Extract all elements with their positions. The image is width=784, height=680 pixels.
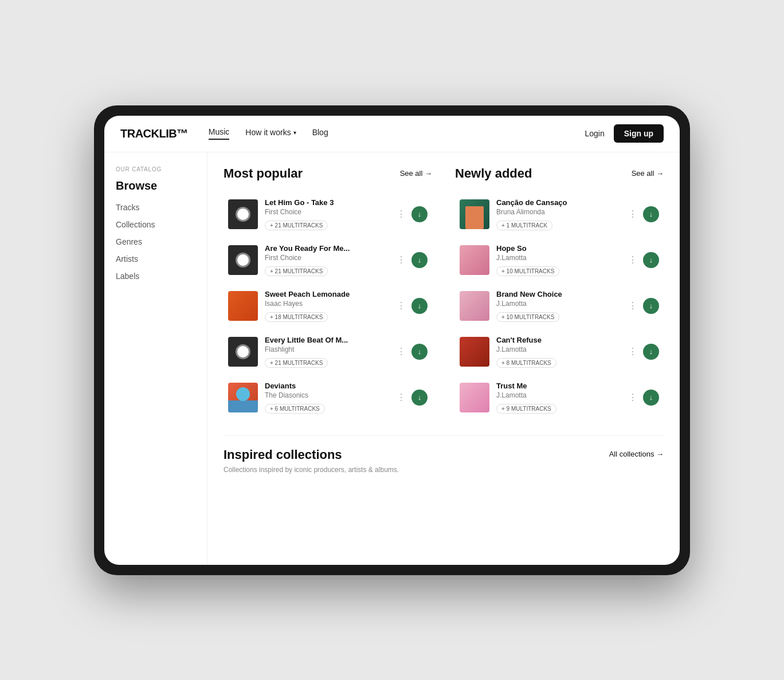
track-tag[interactable]: + 10 MULTITRACKS	[496, 312, 559, 322]
track-name: Are You Ready For Me...	[265, 244, 389, 253]
most-popular-header: Most popular See all →	[224, 166, 432, 181]
track-name: Canção de Cansaço	[496, 198, 620, 207]
track-tag[interactable]: + 8 MULTITRACKS	[496, 358, 556, 368]
tablet-frame: TRACKLIB™ Music How it works ▾ Blog Logi…	[94, 105, 690, 575]
all-collections-link[interactable]: All collections →	[609, 450, 664, 458]
track-item: Trust Me J.Lamotta + 9 MULTITRACKS ⋮ ↓	[455, 376, 664, 419]
more-options-icon[interactable]: ⋮	[395, 209, 407, 220]
collections-subtitle: Collections inspired by iconic producers…	[224, 466, 664, 474]
track-actions: ⋮ ↓	[627, 206, 659, 222]
track-artist: First Choice	[265, 208, 389, 216]
download-icon: ↓	[418, 301, 422, 310]
track-artist: J.Lamotta	[496, 254, 620, 262]
nav-music[interactable]: Music	[209, 127, 230, 140]
more-options-icon[interactable]: ⋮	[395, 392, 407, 403]
track-tag[interactable]: + 1 MULTITRACK	[496, 221, 552, 230]
sections-grid: Most popular See all → Let Him Go - Take…	[224, 166, 664, 419]
more-options-icon[interactable]: ⋮	[395, 300, 407, 312]
track-tag[interactable]: + 10 MULTITRACKS	[496, 266, 559, 276]
track-tag[interactable]: + 21 MULTITRACKS	[265, 358, 328, 368]
header-actions: Login Sign up	[585, 124, 664, 143]
track-tag[interactable]: + 6 MULTITRACKS	[265, 404, 325, 414]
track-artist: First Choice	[265, 254, 389, 262]
track-info: Are You Ready For Me... First Choice + 2…	[265, 244, 389, 276]
newly-added-title: Newly added	[455, 166, 532, 181]
most-popular-see-all[interactable]: See all →	[400, 169, 432, 178]
track-item: Canção de Cansaço Bruna Alimonda + 1 MUL…	[455, 192, 664, 236]
track-item: Can't Refuse J.Lamotta + 8 MULTITRACKS ⋮…	[455, 330, 664, 374]
download-button[interactable]: ↓	[643, 206, 659, 222]
track-name: Brand New Choice	[496, 290, 620, 298]
track-actions: ⋮ ↓	[627, 344, 659, 360]
more-options-icon[interactable]: ⋮	[395, 346, 407, 357]
track-info: Brand New Choice J.Lamotta + 10 MULTITRA…	[496, 290, 620, 322]
download-icon: ↓	[418, 210, 422, 218]
download-button[interactable]: ↓	[643, 390, 659, 406]
download-button[interactable]: ↓	[643, 344, 659, 360]
download-button[interactable]: ↓	[411, 252, 428, 268]
newly-added-header: Newly added See all →	[455, 166, 664, 181]
track-thumbnail	[460, 383, 489, 412]
track-tag[interactable]: + 21 MULTITRACKS	[265, 221, 328, 230]
newly-added-list: Canção de Cansaço Bruna Alimonda + 1 MUL…	[455, 192, 664, 419]
download-button[interactable]: ↓	[643, 298, 659, 314]
header: TRACKLIB™ Music How it works ▾ Blog Logi…	[104, 116, 680, 152]
sidebar-catalog-label: OUR CATALOG	[116, 166, 195, 172]
track-tag[interactable]: + 21 MULTITRACKS	[265, 266, 328, 276]
more-options-icon[interactable]: ⋮	[627, 392, 638, 403]
login-button[interactable]: Login	[585, 129, 604, 138]
sidebar-item-collections[interactable]: Collections	[116, 220, 195, 229]
track-info: Every Little Beat Of M... Flashlight + 2…	[265, 336, 389, 368]
track-tag[interactable]: + 18 MULTITRACKS	[265, 312, 328, 322]
track-actions: ⋮ ↓	[627, 252, 659, 268]
logo: TRACKLIB™	[120, 127, 188, 140]
track-actions: ⋮ ↓	[627, 390, 659, 406]
track-thumbnail	[228, 291, 258, 321]
more-options-icon[interactable]: ⋮	[627, 300, 638, 312]
track-name: Every Little Beat Of M...	[265, 336, 389, 344]
track-info: Can't Refuse J.Lamotta + 8 MULTITRACKS	[496, 336, 620, 368]
track-name: Hope So	[496, 244, 620, 253]
more-options-icon[interactable]: ⋮	[395, 254, 407, 266]
more-options-icon[interactable]: ⋮	[627, 254, 638, 266]
download-button[interactable]: ↓	[411, 390, 428, 406]
track-item: Brand New Choice J.Lamotta + 10 MULTITRA…	[455, 284, 664, 328]
most-popular-title: Most popular	[224, 166, 303, 181]
more-options-icon[interactable]: ⋮	[627, 346, 638, 357]
download-icon: ↓	[418, 256, 422, 264]
newly-added-section: Newly added See all → Canção de Cansaço	[455, 166, 664, 419]
track-name: Let Him Go - Take 3	[265, 198, 389, 207]
newly-added-see-all[interactable]: See all →	[632, 169, 664, 178]
download-icon: ↓	[649, 256, 653, 264]
track-name: Sweet Peach Lemonade	[265, 290, 389, 298]
download-button[interactable]: ↓	[411, 344, 428, 360]
track-item: Are You Ready For Me... First Choice + 2…	[224, 238, 432, 282]
nav-blog[interactable]: Blog	[312, 128, 328, 139]
sidebar-item-artists[interactable]: Artists	[116, 254, 195, 264]
track-thumbnail	[460, 245, 489, 275]
chevron-down-icon: ▾	[293, 129, 296, 136]
track-item: Deviants The Diasonics + 6 MULTITRACKS ⋮…	[224, 376, 432, 419]
track-item: Hope So J.Lamotta + 10 MULTITRACKS ⋮ ↓	[455, 238, 664, 282]
track-thumbnail	[460, 199, 489, 229]
track-artist: J.Lamotta	[496, 300, 620, 308]
download-button[interactable]: ↓	[411, 206, 428, 222]
sidebar-item-tracks[interactable]: Tracks	[116, 203, 195, 212]
track-artist: Bruna Alimonda	[496, 208, 620, 216]
download-button[interactable]: ↓	[411, 298, 428, 314]
nav-how-it-works[interactable]: How it works ▾	[245, 128, 296, 139]
track-item: Let Him Go - Take 3 First Choice + 21 MU…	[224, 192, 432, 236]
track-thumbnail	[228, 383, 258, 412]
track-actions: ⋮ ↓	[395, 206, 428, 222]
track-tag[interactable]: + 9 MULTITRACKS	[496, 404, 556, 414]
track-info: Hope So J.Lamotta + 10 MULTITRACKS	[496, 244, 620, 276]
sidebar-item-labels[interactable]: Labels	[116, 272, 195, 281]
sidebar-item-genres[interactable]: Genres	[116, 237, 195, 246]
signup-button[interactable]: Sign up	[614, 124, 664, 143]
more-options-icon[interactable]: ⋮	[627, 209, 638, 220]
track-info: Deviants The Diasonics + 6 MULTITRACKS	[265, 382, 389, 414]
track-actions: ⋮ ↓	[395, 390, 428, 406]
track-info: Canção de Cansaço Bruna Alimonda + 1 MUL…	[496, 198, 620, 230]
download-button[interactable]: ↓	[643, 252, 659, 268]
track-item: Every Little Beat Of M... Flashlight + 2…	[224, 330, 432, 374]
